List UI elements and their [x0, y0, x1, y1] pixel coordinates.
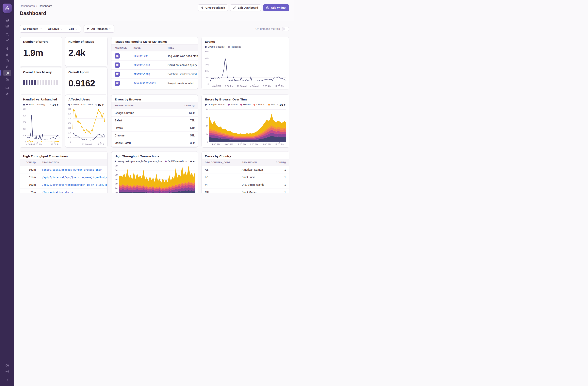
legend-next-icon[interactable]: ▶ — [57, 104, 59, 106]
sidebar-item-settings[interactable] — [3, 91, 11, 96]
legend-entry[interactable]: /api/0/internal/r — [165, 160, 184, 163]
pencil-icon — [233, 6, 236, 9]
legend-entry[interactable]: Safari — [228, 103, 237, 106]
cell-link[interactable]: SENTRY-VD5 — [134, 55, 148, 58]
widget-title: High Throughput Transactions — [20, 152, 107, 159]
sidebar-item-feedback[interactable] — [3, 52, 11, 58]
count-value: 64k — [174, 124, 198, 132]
misery-bar-segment — [26, 80, 27, 85]
widget-number-of-issues: Number of Issues 2.4k — [65, 37, 107, 67]
affected-users-chart[interactable] — [66, 107, 106, 147]
legend-entry[interactable]: Google Chrome — [205, 103, 225, 106]
legend-next-icon[interactable]: ▶ — [284, 104, 286, 106]
legend-next-icon[interactable]: ▶ — [103, 104, 104, 106]
legend-prev-icon[interactable]: ◀ — [185, 160, 187, 162]
give-feedback-button[interactable]: Give Feedback — [198, 4, 228, 11]
chevron-down-icon — [40, 28, 42, 30]
legend-entry[interactable]: Releases — [228, 45, 241, 48]
environment-filter[interactable]: All Envs — [45, 25, 66, 32]
cell-link[interactable]: SENTRY-16H8 — [134, 64, 150, 67]
table-row: TEJAVASCRIPT-1BG2Project creation failed — [111, 79, 198, 88]
legend-pagination: ◀1/3▶ — [95, 103, 104, 106]
cell-text: VI — [202, 181, 238, 188]
feedback-icon — [5, 53, 9, 57]
widget-title: Events — [202, 37, 289, 44]
sidebar-item-stats[interactable] — [3, 85, 11, 91]
assignee-badge[interactable]: TE — [115, 53, 120, 59]
legend-entry[interactable]: Known Users : cour — [68, 103, 93, 106]
add-widget-button[interactable]: Add Widget — [263, 4, 289, 11]
cell-link[interactable]: SENTRY-32ZQ — [134, 73, 150, 76]
widget-table: GEO.COUNTRY_CODEGEO.REGIONCOUNT()ASAmeri… — [202, 159, 289, 193]
widget-table: COUNT()TRANSACTION367msentry.tasks.proce… — [20, 159, 107, 193]
assignee-badge[interactable]: TE — [115, 71, 120, 77]
table-row: LCSaint Lucia1 — [202, 173, 289, 181]
count-value: 76m — [20, 188, 39, 193]
edit-dashboard-button[interactable]: Edit Dashboard — [230, 4, 261, 11]
misery-bar-segment — [48, 80, 50, 85]
release-icon — [87, 27, 90, 30]
misery-bar-segment — [56, 80, 58, 85]
widget-errors-by-browser-over-time: Errors by Browser Over Time Google Chrom… — [202, 94, 289, 148]
handled-chart[interactable] — [21, 107, 61, 147]
legend-prev-icon[interactable]: ◀ — [277, 104, 278, 106]
table-row: VIU.S. Virgin Islands1 — [202, 181, 289, 188]
legend-entry[interactable]: sentry.tasks.process_buffer.process_incr — [115, 160, 162, 163]
legend-entry[interactable]: Firefox — [240, 103, 251, 106]
high-throughput-transactions-chart[interactable] — [113, 164, 196, 193]
chevron-down-icon — [61, 28, 63, 30]
legend-entry[interactable]: Mobile S — [268, 103, 275, 106]
count-value: 1 — [269, 173, 289, 181]
cell-text: AS — [202, 166, 238, 173]
legend-entry[interactable]: Handled : count() — [23, 103, 45, 106]
legend-next-icon[interactable]: ▶ — [193, 160, 195, 162]
widget-table: BROWSER.NAMECOUNT()Google Chrome132kSafa… — [111, 102, 198, 147]
project-filter[interactable]: All Projects — [20, 25, 45, 32]
sidebar-item-dashboards[interactable] — [3, 70, 11, 76]
chevron-down-icon — [75, 28, 78, 30]
assignee-badge[interactable]: TE — [115, 63, 120, 68]
legend-dot-icon — [205, 104, 207, 106]
sidebar-item-explore[interactable] — [3, 32, 11, 37]
user-misery-score-bar — [20, 75, 62, 85]
sidebar-item-alerts[interactable] — [3, 64, 11, 69]
cell-link[interactable]: /{organization_slug}/ — [42, 191, 73, 193]
sidebar-item-projects[interactable] — [3, 23, 11, 29]
legend-entry[interactable]: Chrome — [253, 103, 265, 106]
sidebar-item-issues[interactable] — [3, 17, 11, 23]
cell-link[interactable]: JAVASCRIPT-1BG2 — [134, 82, 156, 85]
cell-text: LC — [202, 173, 238, 181]
sidebar-item-performance[interactable] — [3, 38, 11, 43]
sentry-logo[interactable] — [2, 3, 12, 13]
column-header: COUNT() — [20, 159, 39, 166]
breadcrumb-dashboards[interactable]: Dashboards — [20, 4, 35, 7]
table-row: Safari73k — [111, 117, 198, 124]
ondemand-metrics-toggle[interactable] — [282, 27, 289, 31]
assignee-badge[interactable]: TE — [115, 81, 120, 86]
events-chart[interactable] — [203, 50, 288, 88]
cell-text: Saint Lucia — [238, 173, 269, 181]
widget-overall-apdex: Overall Apdex 0.9162 — [65, 67, 107, 97]
date-range-filter[interactable]: 24H — [66, 25, 81, 32]
legend-prev-icon[interactable]: ◀ — [50, 104, 51, 106]
sidebar-item-replays[interactable] — [3, 58, 11, 64]
column-header: ISSUE — [130, 45, 164, 51]
column-header: GEO.REGION — [238, 159, 269, 166]
legend-prev-icon[interactable]: ◀ — [95, 104, 96, 106]
widget-table: ASSIGNEEISSUETITLETESENTRY-VD5Tag value … — [111, 44, 198, 88]
legend-label: Safari — [231, 103, 237, 106]
widget-errors-by-browser: Errors by Browser BROWSER.NAMECOUNT()Goo… — [111, 94, 198, 148]
cell-link[interactable]: sentry.tasks.process_buffer.process_incr — [42, 168, 102, 171]
widget-title: Number of Errors — [20, 37, 62, 44]
cell-link[interactable]: /api/0/internal/rpc/{service_name}/{meth… — [42, 176, 107, 179]
widget-title: Affected Users — [65, 95, 107, 102]
releases-filter[interactable]: All Releases — [84, 25, 114, 32]
legend-entry[interactable]: Events : count() — [205, 45, 225, 48]
sidebar-item-releases[interactable] — [3, 76, 11, 82]
errors-by-browser-over-time-chart[interactable] — [203, 108, 288, 147]
column-header: TITLE — [164, 45, 198, 51]
misery-bar-segment — [42, 80, 44, 85]
cell-link[interactable]: /api/0/projects/{organization_id_or_slug… — [42, 183, 107, 186]
sidebar-item-boost[interactable] — [3, 46, 11, 52]
chart-legend: Known Users : cour — [68, 103, 93, 106]
